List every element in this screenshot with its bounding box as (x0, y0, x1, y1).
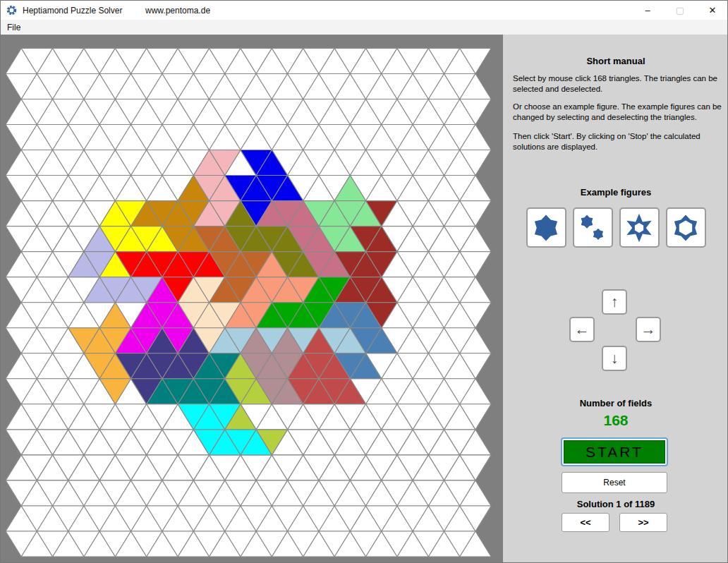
examples-heading: Example figures (503, 187, 728, 198)
app-gear-icon (6, 5, 17, 16)
move-up-button[interactable]: ↑ (602, 289, 627, 315)
start-button[interactable]: START (564, 440, 665, 464)
close-button[interactable]: ✕ (696, 1, 728, 20)
manual-paragraph-3: Then click 'Start'. By clicking on 'Stop… (513, 131, 723, 152)
number-of-fields-value: 168 (503, 412, 728, 429)
star-of-david-icon (623, 212, 655, 244)
number-of-fields-label: Number of fields (503, 398, 728, 408)
down-arrow-icon: ↓ (611, 350, 619, 367)
menu-item-file[interactable]: File (1, 20, 27, 35)
triangle-grid[interactable] (1, 35, 503, 563)
move-down-button[interactable]: ↓ (602, 346, 627, 371)
hexagon-flower-icon (530, 212, 562, 244)
window-controls: – ▢ ✕ (631, 1, 728, 20)
move-right-button[interactable]: → (636, 317, 661, 342)
example-figure-button-3[interactable] (619, 207, 660, 248)
start-button-frame: START (561, 437, 668, 466)
minimize-button[interactable]: – (631, 1, 664, 20)
window-url: www.pentoma.de (145, 6, 210, 16)
right-arrow-icon: → (641, 321, 656, 338)
next-solution-button[interactable]: >> (619, 513, 667, 532)
hexagon-ring-icon (669, 212, 702, 244)
manual-paragraph-2: Or choose an example figure. The example… (513, 102, 723, 122)
window-title: Heptiamond Puzzle Solver (23, 6, 122, 16)
example-figure-button-2[interactable] (573, 207, 613, 248)
two-blobs-icon (576, 212, 609, 244)
left-arrow-icon: ← (575, 321, 590, 338)
solution-counter-label: Solution 1 of 1189 (503, 499, 728, 509)
example-figure-button-1[interactable] (526, 207, 566, 248)
arrow-pad: ↑ ← → ↓ (503, 289, 728, 374)
manual-paragraph-1: Select by mouse click 168 triangles. The… (513, 73, 723, 94)
up-arrow-icon: ↑ (611, 293, 619, 310)
maximize-button: ▢ (664, 1, 696, 20)
sidebar-panel: Short manual Select by mouse click 168 t… (503, 35, 728, 563)
reset-button[interactable]: Reset (562, 472, 667, 493)
previous-solution-button[interactable]: << (562, 513, 609, 532)
app-window: Heptiamond Puzzle Solver www.pentoma.de … (0, 0, 728, 563)
move-left-button[interactable]: ← (569, 317, 595, 342)
manual-heading: Short manual (503, 56, 728, 66)
menu-bar: File (1, 20, 728, 35)
example-figure-button-4[interactable] (666, 207, 706, 248)
puzzle-canvas[interactable] (1, 35, 503, 563)
title-bar: Heptiamond Puzzle Solver www.pentoma.de … (1, 1, 728, 20)
example-figures-row (503, 207, 728, 248)
